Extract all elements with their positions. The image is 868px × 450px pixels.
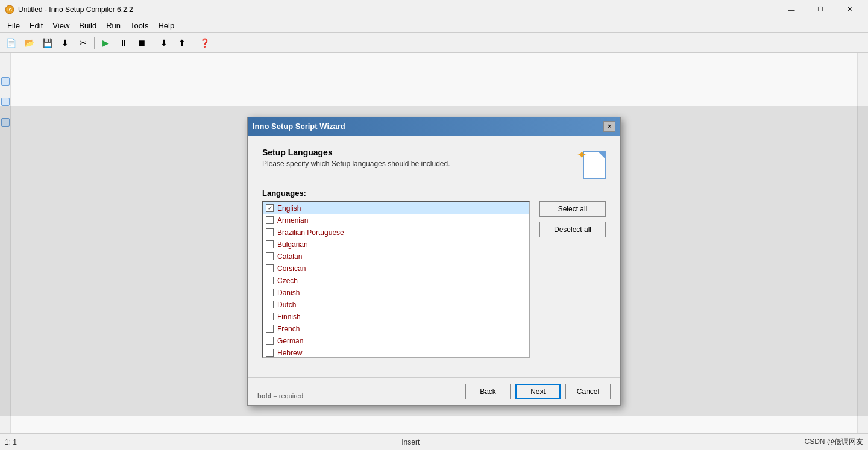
menu-help[interactable]: Help (153, 20, 179, 31)
language-name: Armenian (277, 216, 308, 225)
star-icon: ✦ (577, 148, 587, 162)
languages-list[interactable]: EnglishArmenianBrazilian PortugueseBulga… (262, 201, 530, 358)
language-checkbox[interactable] (266, 313, 274, 320)
legend-text: bold = required (257, 392, 303, 399)
language-checkbox[interactable] (266, 228, 274, 236)
language-name: French (277, 325, 300, 333)
language-item[interactable]: German (263, 335, 529, 347)
side-buttons: Select all Deselect all (539, 201, 606, 365)
legend-bold: bold (257, 392, 271, 399)
language-name: Brazilian Portuguese (277, 228, 344, 237)
language-name: Catalan (277, 252, 302, 261)
footer-buttons: Back Next Cancel (465, 384, 611, 399)
menu-tools[interactable]: Tools (125, 20, 153, 31)
menu-build[interactable]: Build (74, 20, 101, 31)
language-checkbox[interactable] (266, 349, 274, 357)
dialog-content: EnglishArmenianBrazilian PortugueseBulga… (262, 201, 606, 365)
status-position: 1: 1 (5, 438, 17, 446)
minimize-button[interactable]: — (778, 0, 805, 19)
language-item[interactable]: Catalan (263, 251, 529, 263)
language-item[interactable]: Czech (263, 275, 529, 287)
language-name: Danish (277, 289, 300, 297)
language-checkbox[interactable] (266, 301, 274, 308)
window-controls: — ☐ ✕ (778, 0, 863, 19)
language-checkbox[interactable] (266, 216, 274, 224)
menu-bar: File Edit View Build Run Tools Help (0, 19, 868, 33)
toolbar-open[interactable]: 📂 (20, 35, 37, 51)
back-label: Back (480, 387, 496, 396)
toolbar-stop[interactable]: ⏹ (133, 35, 150, 51)
status-watermark: CSDN @低调网友 (804, 437, 863, 447)
close-button[interactable]: ✕ (835, 0, 863, 19)
section-desc: Please specify which Setup languages sho… (262, 160, 567, 168)
dialog-body: Setup Languages Please specify which Set… (248, 136, 620, 377)
toolbar-prev[interactable]: ⬇ (156, 35, 172, 51)
language-checkbox[interactable] (266, 204, 274, 212)
modal-overlay: Inno Setup Script Wizard ✕ Setup Languag… (0, 106, 868, 416)
back-button[interactable]: Back (465, 384, 511, 399)
language-item[interactable]: Finnish (263, 311, 529, 323)
cancel-button[interactable]: Cancel (565, 384, 611, 399)
toolbar: 📄 📂 💾 ⬇ ✂ ▶ ⏸ ⏹ ⬇ ⬆ ❓ (0, 33, 868, 53)
language-name: Finnish (277, 313, 301, 321)
gutter-marker-2 (1, 98, 10, 106)
language-item[interactable]: Armenian (263, 214, 529, 227)
dialog-title-bar: Inno Setup Script Wizard ✕ (248, 117, 620, 136)
language-checkbox[interactable] (266, 252, 274, 260)
language-name: Hebrew (277, 349, 302, 357)
menu-edit[interactable]: Edit (25, 20, 48, 31)
language-name: English (277, 204, 301, 213)
toolbar-help[interactable]: ❓ (196, 35, 213, 51)
deselect-all-button[interactable]: Deselect all (539, 222, 606, 237)
next-button[interactable]: Next (515, 384, 561, 399)
dialog-close-button[interactable]: ✕ (603, 121, 615, 132)
language-item[interactable]: Bulgarian (263, 239, 529, 251)
language-checkbox[interactable] (266, 325, 274, 333)
dialog-header: Setup Languages Please specify which Set… (262, 148, 606, 179)
status-bar: 1: 1 Insert CSDN @低调网友 (0, 433, 868, 450)
language-name: German (277, 337, 303, 345)
dialog-footer: bold = required Back Next Cancel (248, 377, 620, 405)
editor-area: Inno Setup Script Wizard ✕ Setup Languag… (0, 53, 868, 433)
section-title: Setup Languages (262, 148, 567, 157)
language-checkbox[interactable] (266, 240, 274, 248)
select-all-button[interactable]: Select all (539, 201, 606, 217)
dialog-header-text: Setup Languages Please specify which Set… (262, 148, 567, 168)
language-checkbox[interactable] (266, 337, 274, 345)
toolbar-new[interactable]: 📄 (2, 35, 19, 51)
gutter-marker-1 (1, 77, 10, 86)
toolbar-run[interactable]: ▶ (97, 35, 114, 51)
toolbar-next[interactable]: ⬆ (174, 35, 190, 51)
language-checkbox[interactable] (266, 264, 274, 272)
app-icon: IS (5, 5, 14, 14)
language-checkbox[interactable] (266, 277, 274, 284)
language-item[interactable]: Dutch (263, 299, 529, 311)
svg-text:IS: IS (7, 7, 12, 13)
language-item[interactable]: English (263, 202, 529, 214)
languages-section: EnglishArmenianBrazilian PortugueseBulga… (262, 201, 530, 365)
language-item[interactable]: French (263, 323, 529, 335)
toolbar-cut[interactable]: ✂ (75, 35, 92, 51)
toolbar-separator3 (193, 37, 193, 49)
toolbar-pause[interactable]: ⏸ (115, 35, 132, 51)
language-checkbox[interactable] (266, 289, 274, 296)
toolbar-save[interactable]: 💾 (39, 35, 55, 51)
wizard-dialog: Inno Setup Script Wizard ✕ Setup Languag… (247, 117, 621, 406)
language-name: Czech (277, 277, 298, 285)
toolbar-separator (94, 37, 95, 49)
next-label: Next (530, 387, 546, 396)
menu-run[interactable]: Run (101, 20, 125, 31)
language-name: Dutch (277, 301, 296, 309)
menu-file[interactable]: File (2, 20, 25, 31)
title-bar: IS Untitled - Inno Setup Compiler 6.2.2 … (0, 0, 868, 19)
language-item[interactable]: Hebrew (263, 347, 529, 358)
language-item[interactable]: Brazilian Portuguese (263, 227, 529, 239)
language-item[interactable]: Corsican (263, 263, 529, 275)
toolbar-download[interactable]: ⬇ (57, 35, 74, 51)
toolbar-separator2 (153, 37, 153, 49)
menu-view[interactable]: View (48, 20, 74, 31)
language-item[interactable]: Danish (263, 287, 529, 299)
maximize-button[interactable]: ☐ (807, 0, 834, 19)
language-name: Corsican (277, 264, 306, 273)
status-mode: Insert (401, 438, 420, 446)
